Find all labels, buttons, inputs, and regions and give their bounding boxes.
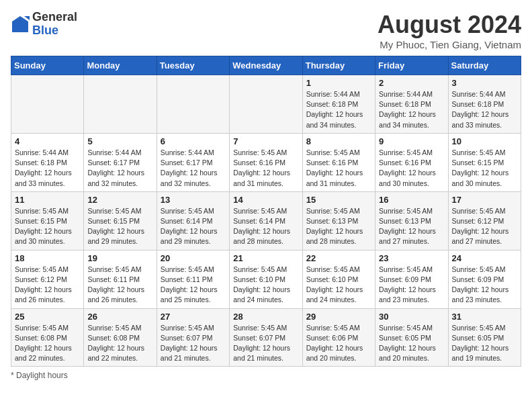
calendar-cell: 5Sunrise: 5:44 AM Sunset: 6:17 PM Daylig… (84, 133, 157, 191)
day-info: Sunrise: 5:45 AM Sunset: 6:13 PM Dayligh… (379, 206, 444, 247)
calendar-cell: 9Sunrise: 5:45 AM Sunset: 6:16 PM Daylig… (375, 133, 448, 191)
day-info: Sunrise: 5:45 AM Sunset: 6:05 PM Dayligh… (452, 323, 517, 364)
calendar-cell: 29Sunrise: 5:45 AM Sunset: 6:06 PM Dayli… (302, 308, 375, 367)
day-info: Sunrise: 5:44 AM Sunset: 6:18 PM Dayligh… (306, 89, 371, 130)
day-info: Sunrise: 5:44 AM Sunset: 6:18 PM Dayligh… (452, 89, 517, 130)
day-info: Sunrise: 5:45 AM Sunset: 6:12 PM Dayligh… (15, 265, 80, 306)
day-info: Sunrise: 5:45 AM Sunset: 6:16 PM Dayligh… (233, 148, 298, 189)
main-title: August 2024 (378, 11, 521, 39)
day-number: 18 (15, 253, 80, 263)
day-info: Sunrise: 5:45 AM Sunset: 6:15 PM Dayligh… (15, 206, 80, 247)
calendar-cell: 10Sunrise: 5:45 AM Sunset: 6:15 PM Dayli… (448, 133, 521, 191)
subtitle: My Phuoc, Tien Giang, Vietnam (378, 39, 521, 50)
calendar-week-row: 18Sunrise: 5:45 AM Sunset: 6:12 PM Dayli… (11, 250, 521, 308)
day-number: 25 (15, 312, 80, 322)
day-number: 23 (379, 253, 444, 263)
calendar-cell: 30Sunrise: 5:45 AM Sunset: 6:05 PM Dayli… (375, 308, 448, 367)
calendar-cell: 7Sunrise: 5:45 AM Sunset: 6:16 PM Daylig… (230, 133, 302, 191)
calendar-cell: 20Sunrise: 5:45 AM Sunset: 6:11 PM Dayli… (157, 250, 229, 308)
day-info: Sunrise: 5:45 AM Sunset: 6:07 PM Dayligh… (161, 323, 226, 364)
logo-text: General Blue (32, 11, 77, 38)
calendar-cell: 12Sunrise: 5:45 AM Sunset: 6:15 PM Dayli… (84, 191, 157, 250)
calendar-cell (157, 75, 229, 134)
day-number: 8 (306, 136, 371, 146)
footer-note-text: Daylight hours (16, 371, 68, 380)
day-info: Sunrise: 5:45 AM Sunset: 6:08 PM Dayligh… (87, 323, 152, 364)
day-info: Sunrise: 5:44 AM Sunset: 6:17 PM Dayligh… (87, 148, 152, 189)
calendar-cell: 19Sunrise: 5:45 AM Sunset: 6:11 PM Dayli… (84, 250, 157, 308)
calendar-cell: 26Sunrise: 5:45 AM Sunset: 6:08 PM Dayli… (84, 308, 157, 367)
day-info: Sunrise: 5:45 AM Sunset: 6:12 PM Dayligh… (452, 206, 517, 247)
day-number: 19 (87, 253, 152, 263)
day-header-monday: Monday (84, 56, 157, 75)
calendar-cell: 21Sunrise: 5:45 AM Sunset: 6:10 PM Dayli… (230, 250, 302, 308)
day-header-thursday: Thursday (302, 56, 375, 75)
calendar-cell: 28Sunrise: 5:45 AM Sunset: 6:07 PM Dayli… (230, 308, 302, 367)
calendar-cell (84, 75, 157, 134)
day-number: 12 (87, 195, 152, 205)
day-number: 28 (233, 312, 298, 322)
day-number: 22 (306, 253, 371, 263)
day-info: Sunrise: 5:45 AM Sunset: 6:07 PM Dayligh… (233, 323, 298, 364)
day-number: 21 (233, 253, 298, 263)
day-info: Sunrise: 5:45 AM Sunset: 6:05 PM Dayligh… (379, 323, 444, 364)
day-info: Sunrise: 5:45 AM Sunset: 6:09 PM Dayligh… (379, 265, 444, 306)
day-number: 5 (87, 136, 152, 146)
day-info: Sunrise: 5:45 AM Sunset: 6:11 PM Dayligh… (87, 265, 152, 306)
calendar-cell: 4Sunrise: 5:44 AM Sunset: 6:18 PM Daylig… (11, 133, 84, 191)
day-header-saturday: Saturday (448, 56, 521, 75)
day-number: 31 (452, 312, 517, 322)
day-info: Sunrise: 5:45 AM Sunset: 6:15 PM Dayligh… (452, 148, 517, 189)
day-number: 20 (161, 253, 226, 263)
day-number: 3 (452, 78, 517, 88)
day-info: Sunrise: 5:45 AM Sunset: 6:11 PM Dayligh… (161, 265, 226, 306)
day-header-friday: Friday (375, 56, 448, 75)
day-number: 24 (452, 253, 517, 263)
day-number: 29 (306, 312, 371, 322)
day-number: 6 (161, 136, 226, 146)
day-info: Sunrise: 5:45 AM Sunset: 6:14 PM Dayligh… (161, 206, 226, 247)
calendar-cell (11, 75, 84, 134)
page-header: General Blue August 2024 My Phuoc, Tien … (11, 11, 521, 50)
day-number: 15 (306, 195, 371, 205)
calendar-week-row: 11Sunrise: 5:45 AM Sunset: 6:15 PM Dayli… (11, 191, 521, 250)
day-number: 7 (233, 136, 298, 146)
day-number: 17 (452, 195, 517, 205)
day-info: Sunrise: 5:45 AM Sunset: 6:16 PM Dayligh… (306, 148, 371, 189)
calendar-body: 1Sunrise: 5:44 AM Sunset: 6:18 PM Daylig… (11, 75, 521, 367)
calendar-week-row: 4Sunrise: 5:44 AM Sunset: 6:18 PM Daylig… (11, 133, 521, 191)
calendar-header-row: SundayMondayTuesdayWednesdayThursdayFrid… (11, 56, 521, 75)
day-number: 4 (15, 136, 80, 146)
calendar-cell: 31Sunrise: 5:45 AM Sunset: 6:05 PM Dayli… (448, 308, 521, 367)
calendar-cell: 15Sunrise: 5:45 AM Sunset: 6:13 PM Dayli… (302, 191, 375, 250)
day-number: 11 (15, 195, 80, 205)
day-number: 14 (233, 195, 298, 205)
calendar-cell: 3Sunrise: 5:44 AM Sunset: 6:18 PM Daylig… (448, 75, 521, 134)
calendar-cell: 24Sunrise: 5:45 AM Sunset: 6:09 PM Dayli… (448, 250, 521, 308)
calendar-cell: 11Sunrise: 5:45 AM Sunset: 6:15 PM Dayli… (11, 191, 84, 250)
calendar-cell: 27Sunrise: 5:45 AM Sunset: 6:07 PM Dayli… (157, 308, 229, 367)
day-number: 2 (379, 78, 444, 88)
day-header-sunday: Sunday (11, 56, 84, 75)
day-info: Sunrise: 5:44 AM Sunset: 6:18 PM Dayligh… (15, 148, 80, 189)
calendar-cell: 6Sunrise: 5:44 AM Sunset: 6:17 PM Daylig… (157, 133, 229, 191)
day-number: 30 (379, 312, 444, 322)
day-number: 16 (379, 195, 444, 205)
day-info: Sunrise: 5:45 AM Sunset: 6:16 PM Dayligh… (379, 148, 444, 189)
calendar-cell: 25Sunrise: 5:45 AM Sunset: 6:08 PM Dayli… (11, 308, 84, 367)
day-number: 27 (161, 312, 226, 322)
day-info: Sunrise: 5:45 AM Sunset: 6:08 PM Dayligh… (15, 323, 80, 364)
calendar-cell: 1Sunrise: 5:44 AM Sunset: 6:18 PM Daylig… (302, 75, 375, 134)
logo: General Blue (11, 11, 77, 38)
calendar-table: SundayMondayTuesdayWednesdayThursdayFrid… (11, 56, 521, 367)
calendar-cell: 16Sunrise: 5:45 AM Sunset: 6:13 PM Dayli… (375, 191, 448, 250)
day-number: 9 (379, 136, 444, 146)
calendar-cell (230, 75, 302, 134)
day-header-tuesday: Tuesday (157, 56, 229, 75)
day-number: 1 (306, 78, 371, 88)
day-number: 13 (161, 195, 226, 205)
day-info: Sunrise: 5:45 AM Sunset: 6:06 PM Dayligh… (306, 323, 371, 364)
logo-icon (11, 15, 30, 34)
calendar-week-row: 1Sunrise: 5:44 AM Sunset: 6:18 PM Daylig… (11, 75, 521, 134)
calendar-cell: 8Sunrise: 5:45 AM Sunset: 6:16 PM Daylig… (302, 133, 375, 191)
